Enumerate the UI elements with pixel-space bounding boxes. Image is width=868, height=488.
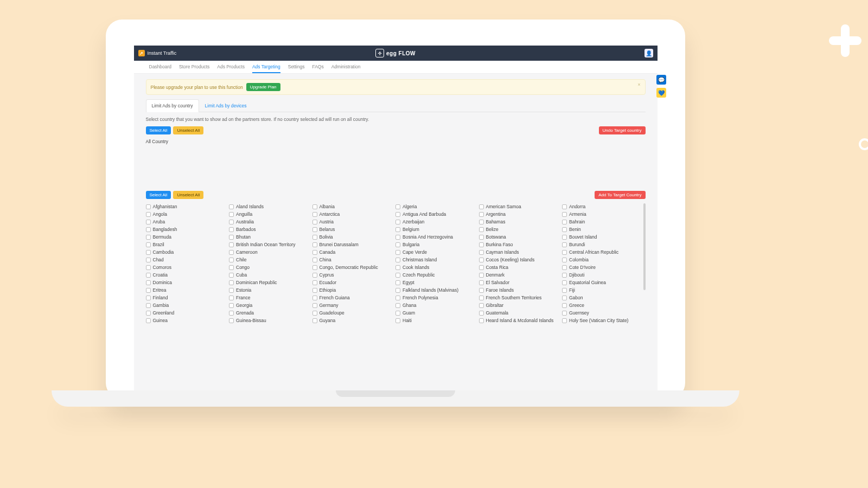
country-checkbox[interactable] [395, 296, 400, 300]
country-checkbox[interactable] [562, 280, 567, 285]
country-checkbox[interactable] [312, 280, 317, 285]
country-checkbox[interactable] [562, 296, 567, 300]
country-item[interactable]: Croatia [146, 272, 226, 278]
country-checkbox[interactable] [312, 212, 317, 217]
country-item[interactable]: Guam [395, 310, 476, 316]
country-checkbox[interactable] [395, 220, 400, 224]
country-item[interactable]: Armenia [562, 211, 642, 217]
country-item[interactable]: Christmas Island [395, 256, 476, 263]
country-item[interactable]: Brazil [146, 241, 226, 248]
country-checkbox[interactable] [146, 204, 151, 209]
country-item[interactable]: Afghanistan [146, 203, 226, 210]
country-checkbox[interactable] [562, 288, 567, 293]
country-item[interactable]: Finland [146, 294, 226, 301]
country-checkbox[interactable] [229, 235, 234, 240]
country-checkbox[interactable] [312, 227, 317, 232]
nav-dashboard[interactable]: Dashboard [149, 61, 172, 73]
country-checkbox[interactable] [312, 318, 317, 323]
country-item[interactable]: Bulgaria [395, 241, 476, 248]
country-checkbox[interactable] [479, 273, 484, 278]
country-checkbox[interactable] [229, 311, 234, 316]
country-item[interactable]: Barbados [229, 226, 309, 233]
country-item[interactable]: Costa Rica [479, 264, 559, 271]
country-checkbox[interactable] [479, 258, 484, 262]
country-item[interactable]: Anguilla [229, 211, 309, 217]
country-checkbox[interactable] [312, 204, 317, 209]
country-item[interactable]: Falkland Islands (Malvinas) [395, 287, 476, 293]
country-item[interactable]: Bosnia And Herzegovina [395, 234, 476, 240]
country-checkbox[interactable] [562, 250, 567, 255]
country-item[interactable]: Georgia [229, 302, 309, 309]
country-checkbox[interactable] [312, 303, 317, 308]
user-avatar[interactable]: 👤 [644, 49, 653, 57]
country-checkbox[interactable] [229, 258, 234, 262]
country-item[interactable]: Albania [312, 203, 393, 210]
country-item[interactable]: French Guiana [312, 294, 393, 301]
country-item[interactable]: Algeria [395, 203, 476, 210]
nav-ads-targeting[interactable]: Ads Targeting [252, 61, 280, 73]
country-item[interactable]: China [312, 256, 393, 263]
country-checkbox[interactable] [562, 235, 567, 240]
country-item[interactable]: Djibouti [562, 272, 642, 278]
add-to-target-country-button[interactable]: Add To Target Country [595, 191, 645, 199]
select-all-button-bottom[interactable]: Select All [146, 191, 171, 199]
country-checkbox[interactable] [146, 235, 151, 240]
country-item[interactable]: Bahamas [479, 219, 559, 225]
country-item[interactable]: Gabon [562, 294, 642, 301]
country-item[interactable]: Azerbaijan [395, 219, 476, 225]
country-checkbox[interactable] [395, 235, 400, 240]
country-item[interactable]: Austria [312, 219, 393, 225]
country-item[interactable]: Eritrea [146, 287, 226, 293]
country-item[interactable]: Gibraltar [479, 302, 559, 309]
unselect-all-button-bottom[interactable]: Unselect All [173, 191, 203, 199]
country-item[interactable]: Faroe Islands [479, 287, 559, 293]
country-item[interactable]: Cayman Islands [479, 249, 559, 255]
country-item[interactable]: Czech Republic [395, 272, 476, 278]
country-item[interactable]: Fiji [562, 287, 642, 293]
country-item[interactable]: Congo [229, 264, 309, 271]
country-item[interactable]: Colombia [562, 256, 642, 263]
country-item[interactable]: Australia [229, 219, 309, 225]
country-checkbox[interactable] [229, 303, 234, 308]
country-item[interactable]: Bermuda [146, 234, 226, 240]
country-item[interactable]: Brunei Darussalam [312, 241, 393, 248]
country-item[interactable]: French Southern Territories [479, 294, 559, 301]
country-item[interactable]: Cote D'Ivoire [562, 264, 642, 271]
country-item[interactable]: American Samoa [479, 203, 559, 210]
select-all-button-top[interactable]: Select All [146, 126, 171, 134]
country-item[interactable]: Greece [562, 302, 642, 309]
nav-administration[interactable]: Administration [331, 61, 361, 73]
country-checkbox[interactable] [479, 235, 484, 240]
country-item[interactable]: Guinea-Bissau [229, 317, 309, 324]
country-item[interactable]: Cape Verde [395, 249, 476, 255]
country-item[interactable]: Burkina Faso [479, 241, 559, 248]
country-item[interactable]: Bouvet Island [562, 234, 642, 240]
unselect-all-button-top[interactable]: Unselect All [173, 126, 203, 134]
country-checkbox[interactable] [395, 280, 400, 285]
country-checkbox[interactable] [479, 318, 484, 323]
country-checkbox[interactable] [146, 242, 151, 247]
country-checkbox[interactable] [312, 258, 317, 262]
country-checkbox[interactable] [562, 220, 567, 224]
country-checkbox[interactable] [312, 265, 317, 270]
country-item[interactable]: Botswana [479, 234, 559, 240]
country-item[interactable]: Germany [312, 302, 393, 309]
country-item[interactable]: Dominican Republic [229, 279, 309, 286]
country-checkbox[interactable] [146, 265, 151, 270]
country-checkbox[interactable] [479, 288, 484, 293]
country-checkbox[interactable] [395, 227, 400, 232]
country-checkbox[interactable] [562, 204, 567, 209]
nav-faqs[interactable]: FAQs [312, 61, 323, 73]
country-item[interactable]: Gambia [146, 302, 226, 309]
country-item[interactable]: Andorra [562, 203, 642, 210]
country-checkbox[interactable] [395, 288, 400, 293]
country-item[interactable]: Dominica [146, 279, 226, 286]
country-item[interactable]: Guinea [146, 317, 226, 324]
country-checkbox[interactable] [562, 265, 567, 270]
country-item[interactable]: Belize [479, 226, 559, 233]
country-item[interactable]: Congo, Democratic Republic [312, 264, 393, 271]
country-checkbox[interactable] [479, 250, 484, 255]
country-item[interactable]: Chile [229, 256, 309, 263]
country-checkbox[interactable] [479, 296, 484, 300]
country-item[interactable]: British Indian Ocean Territory [229, 241, 309, 248]
